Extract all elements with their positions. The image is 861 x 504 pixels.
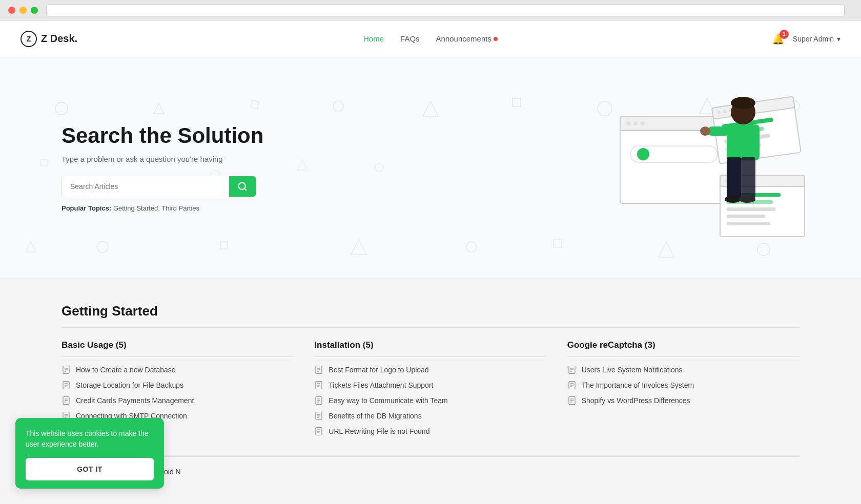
document-icon	[61, 396, 71, 405]
svg-point-50	[731, 97, 755, 109]
logo[interactable]: Z Z Desk.	[20, 31, 77, 47]
hero-svg-illustration	[605, 86, 820, 249]
svg-rect-17	[41, 160, 47, 166]
list-item[interactable]: Storage Location for File Backups	[61, 381, 294, 390]
cookie-text: This website uses cookies to make the us…	[26, 428, 154, 450]
svg-rect-47	[727, 215, 765, 218]
article-list-installation: Best Format for Logo to Upload Tickets F…	[314, 365, 546, 436]
search-bar	[61, 176, 256, 197]
list-item[interactable]: Users Live System Notifications	[567, 365, 799, 374]
svg-point-10	[97, 241, 108, 253]
document-icon	[314, 396, 323, 405]
svg-point-20	[375, 163, 383, 172]
popular-topics-list: Getting Started, Third Parties	[113, 204, 199, 212]
list-item[interactable]: Learning Roadmap for Android N	[61, 467, 799, 476]
svg-rect-2	[250, 100, 259, 109]
svg-rect-55	[741, 157, 755, 198]
svg-rect-54	[727, 157, 741, 198]
svg-point-25	[626, 121, 630, 125]
main-nav: Home FAQs Announcements	[363, 34, 498, 43]
svg-point-29	[637, 148, 649, 160]
svg-marker-19	[297, 160, 308, 170]
nav-announcements[interactable]: Announcements	[436, 34, 498, 43]
svg-rect-46	[727, 207, 775, 211]
document-icon	[314, 365, 323, 374]
list-item[interactable]: Best Format for Logo to Upload	[314, 365, 546, 374]
document-icon	[567, 396, 577, 405]
maximize-button[interactable]	[31, 7, 38, 14]
document-icon	[314, 427, 323, 436]
list-item[interactable]: How to Create a new Database	[61, 365, 294, 374]
nav-faqs[interactable]: FAQs	[400, 34, 420, 43]
list-item[interactable]: URL Rewriting File is not Found	[314, 427, 546, 436]
document-icon	[567, 381, 577, 390]
user-menu[interactable]: Super Admin ▾	[793, 35, 840, 43]
popular-topics: Popular Topics: Getting Started, Third P…	[61, 204, 263, 212]
list-item[interactable]: Tickets Files Attachment Support	[314, 381, 546, 390]
svg-point-57	[739, 196, 755, 203]
additional-articles: Learning Roadmap for Android N	[61, 456, 799, 476]
announcements-dot	[494, 37, 498, 41]
hero-illustration	[605, 86, 820, 249]
hero-subtitle: Type a problem or ask a question you're …	[61, 155, 263, 163]
svg-point-27	[641, 121, 645, 125]
document-icon	[314, 381, 323, 390]
chevron-down-icon: ▾	[837, 35, 840, 43]
search-icon	[237, 181, 248, 192]
svg-rect-52	[707, 127, 730, 136]
svg-rect-11	[220, 242, 228, 249]
hero-content: Search the Solution Type a problem or as…	[61, 123, 263, 212]
cookie-banner: This website uses cookies to make the us…	[15, 418, 164, 489]
svg-point-26	[633, 121, 638, 125]
svg-marker-4	[423, 101, 438, 116]
list-item[interactable]: The Importance of Invoices System	[567, 381, 799, 390]
article-list-recaptcha: Users Live System Notifications The Impo…	[567, 365, 799, 405]
svg-marker-1	[154, 103, 164, 114]
svg-marker-9	[26, 242, 36, 252]
categories-grid: Basic Usage (5) How to Create a new Data…	[61, 340, 799, 436]
list-item[interactable]: Easy way to Communicate with Team	[314, 396, 546, 405]
category-installation: Installation (5) Best Format for Logo to…	[314, 340, 546, 436]
search-input[interactable]	[62, 176, 229, 197]
popular-label: Popular Topics:	[61, 204, 111, 212]
logo-icon: Z	[20, 31, 37, 47]
header: Z Z Desk. Home FAQs Announcements 🔔 1 Su…	[0, 20, 861, 57]
document-icon	[567, 365, 577, 374]
user-label: Super Admin	[793, 35, 834, 43]
hero-section: Search the Solution Type a problem or as…	[0, 57, 861, 278]
notification-badge: 1	[780, 30, 789, 39]
svg-point-53	[700, 127, 710, 136]
got-it-button[interactable]: GOT IT	[26, 458, 154, 480]
document-icon	[61, 381, 71, 390]
svg-line-22	[244, 188, 247, 191]
category-title-installation: Installation (5)	[314, 340, 546, 357]
header-right: 🔔 1 Super Admin ▾	[772, 33, 840, 45]
svg-rect-5	[512, 98, 521, 107]
close-button[interactable]	[8, 7, 15, 14]
svg-rect-48	[727, 222, 770, 225]
nav-home[interactable]: Home	[363, 34, 384, 43]
category-recaptcha: Google reCaptcha (3) Users Live System N…	[567, 340, 799, 436]
hero-title: Search the Solution	[61, 123, 263, 149]
minimize-button[interactable]	[19, 7, 27, 14]
list-item[interactable]: Credit Cards Payments Management	[61, 396, 294, 405]
svg-rect-14	[554, 239, 562, 247]
category-title-recaptcha: Google reCaptcha (3)	[567, 340, 799, 357]
svg-point-3	[333, 101, 343, 111]
list-item[interactable]: Shopify vs WordPress Differences	[567, 396, 799, 405]
svg-point-56	[725, 196, 741, 203]
search-button[interactable]	[229, 176, 256, 197]
traffic-lights	[8, 7, 38, 14]
svg-point-13	[466, 242, 477, 252]
notification-bell[interactable]: 🔔 1	[772, 33, 785, 45]
window-chrome	[0, 0, 861, 20]
list-item[interactable]: Benefits of the DB Migrations	[314, 411, 546, 421]
document-icon	[314, 411, 323, 421]
document-icon	[61, 365, 71, 374]
url-bar[interactable]	[46, 4, 845, 16]
svg-marker-12	[351, 239, 366, 255]
category-title-basic-usage: Basic Usage (5)	[61, 340, 294, 357]
section-title: Getting Started	[61, 303, 799, 328]
logo-text: Z Desk.	[41, 33, 77, 45]
svg-rect-51	[727, 124, 760, 160]
